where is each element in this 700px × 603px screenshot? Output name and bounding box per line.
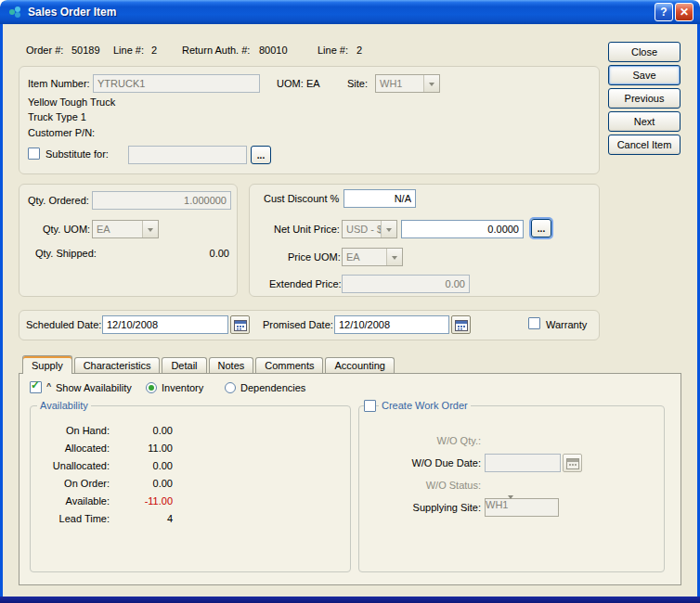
available-value: -11.00 [110,495,173,507]
titlebar[interactable]: Sales Order Item ? ✕ [0,0,700,24]
wo-due-date-input[interactable] [485,454,561,472]
tab-detail[interactable]: Detail [162,357,206,373]
order-number-label: Order #: [26,45,63,56]
previous-button[interactable]: Previous [608,88,681,109]
tab-supply[interactable]: Supply [22,355,72,374]
qty-uom-value: EA [93,221,142,237]
unallocated-label: Unallocated: [33,460,110,471]
site-select-value: WH1 [376,75,423,92]
promised-date-calendar-button[interactable] [451,315,471,334]
currency-select[interactable]: USD - $ [342,220,397,238]
promised-date-input[interactable] [334,315,449,334]
chevron-down-icon [381,221,396,237]
tab-accounting[interactable]: Accounting [325,357,394,373]
cust-discount-label: Cust Discount % [264,193,339,204]
window-border-bottom [0,597,700,603]
qty-ordered-label: Qty. Ordered: [28,195,89,206]
item-description-1: Yellow Tough Truck [28,96,115,108]
on-order-label: On Order: [33,478,110,489]
allocated-value: 11.00 [110,443,173,454]
sales-order-item-window: Sales Order Item ? ✕ Order #: 50189 Line… [0,0,700,603]
tab-bar: Supply Characteristics Detail Notes Comm… [22,355,396,374]
availability-row: On Hand: 0.00 [33,421,173,439]
substitute-checkbox[interactable] [28,148,40,160]
price-uom-select[interactable]: EA [342,248,403,266]
extended-price-label: Extended Price: [269,278,342,289]
supplying-site-row: Supplying Site: WH1 [369,496,582,519]
unallocated-value: 0.00 [110,460,173,471]
create-work-order-checkbox[interactable] [364,400,376,412]
return-auth-value: 80010 [259,45,288,56]
inventory-radio[interactable] [146,382,157,393]
price-browse-button[interactable]: ... [531,219,551,237]
lead-time-value: 4 [110,513,173,524]
inventory-label: Inventory [162,382,203,393]
net-unit-price-input[interactable] [401,220,524,238]
chevron-down-icon [423,75,439,92]
availability-table: On Hand: 0.00 Allocated: 11.00 Unallocat… [33,421,173,527]
scheduled-date-input[interactable] [102,315,228,334]
qty-uom-select[interactable]: EA [92,220,159,238]
window-border-left [0,24,3,597]
tab-comments[interactable]: Comments [255,357,323,373]
caret-icon: ^ [46,381,51,391]
wo-due-date-label: W/O Due Date: [369,457,485,468]
customer-pn-label: Customer P/N: [28,127,95,138]
supplying-site-value: WH1 [486,499,508,516]
line-number2-label: Line #: [318,45,348,56]
item-number-input[interactable] [93,74,260,93]
check-icon: ✓ [31,378,40,391]
calendar-icon [566,457,579,469]
availability-row: On Order: 0.00 [33,474,173,492]
on-hand-label: On Hand: [33,425,110,436]
close-window-button[interactable]: ✕ [675,3,694,21]
line-number-value: 2 [151,45,157,56]
wo-due-date-row: W/O Due Date: [369,452,582,474]
substitute-browse-button[interactable]: ... [251,146,271,164]
warranty-checkbox[interactable] [528,317,540,329]
calendar-icon [455,319,468,331]
lead-time-label: Lead Time: [33,513,110,524]
next-button[interactable]: Next [608,111,681,132]
net-unit-price-label: Net Unit Price: [274,224,340,235]
substitute-label: Substitute for: [45,148,109,160]
wo-status-row: W/O Status: [369,474,582,496]
availability-row: Allocated: 11.00 [33,439,173,456]
item-description-2: Truck Type 1 [28,111,86,122]
show-availability-label: Show Availability [56,382,132,393]
cancel-item-button[interactable]: Cancel Item [608,135,681,155]
supplying-site-label: Supplying Site: [369,502,485,513]
chevron-down-icon [508,499,513,516]
qty-ordered-input[interactable] [92,191,231,210]
supplying-site-select[interactable]: WH1 [485,498,559,517]
uom-value: EA [306,78,320,89]
extended-price-input[interactable] [342,275,470,293]
help-button[interactable]: ? [655,3,673,21]
close-button[interactable]: Close [608,42,681,62]
dependencies-label: Dependencies [240,382,305,393]
app-icon [7,5,22,19]
dependencies-radio[interactable] [225,382,236,393]
chevron-down-icon [386,249,402,265]
on-hand-value: 0.00 [110,425,173,436]
show-availability-checkbox[interactable]: ✓ [30,381,42,393]
item-number-label: Item Number: [28,78,90,89]
save-button[interactable]: Save [608,65,681,85]
wo-qty-row: W/O Qty.: [369,430,582,452]
availability-title: Availability [37,400,91,411]
availability-row: Available: -11.00 [33,492,173,509]
allocated-label: Allocated: [33,443,110,454]
scheduled-date-label: Scheduled Date: [26,319,101,330]
site-select[interactable]: WH1 [375,74,440,93]
cust-discount-input[interactable] [344,189,416,208]
price-uom-value: EA [343,249,386,265]
scheduled-date-calendar-button[interactable] [230,315,250,334]
wo-due-date-calendar-button[interactable] [563,454,582,472]
tab-notes[interactable]: Notes [209,357,254,373]
substitute-input[interactable] [128,146,247,164]
chevron-down-icon [142,221,158,237]
tab-characteristics[interactable]: Characteristics [74,357,161,373]
currency-value: USD - $ [343,221,381,237]
uom-label: UOM: [277,78,304,89]
promised-date-label: Promised Date: [263,319,333,330]
